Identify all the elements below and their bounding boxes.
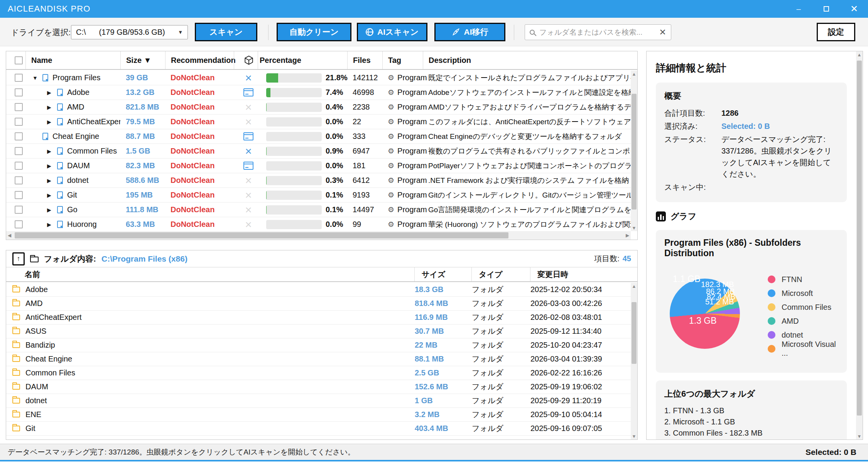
column-header-size[interactable]: Size ▼ xyxy=(120,51,165,69)
row-checkbox[interactable] xyxy=(6,217,25,231)
column-header-name[interactable]: Name xyxy=(25,51,120,69)
action-icon[interactable] xyxy=(245,219,252,230)
search-input[interactable] xyxy=(539,28,655,37)
main-table-vertical-scrollbar[interactable]: ▲ ▼ xyxy=(631,71,637,231)
row-checkbox[interactable] xyxy=(6,115,25,129)
tree-toggle-icon[interactable] xyxy=(47,221,57,228)
table-row[interactable]: dotnet 588.6 MB DoNotClean 0.3% 6412 Pro… xyxy=(6,173,631,188)
row-checkbox[interactable] xyxy=(6,203,25,217)
row-checkbox[interactable] xyxy=(6,173,25,188)
row-checkbox[interactable] xyxy=(6,159,25,173)
table-row[interactable]: Adobe 13.2 GB DoNotClean 7.4% 46998 Prog… xyxy=(6,85,631,100)
row-checkbox[interactable] xyxy=(6,71,25,85)
action-icon[interactable] xyxy=(245,204,252,216)
main-table-horizontal-scrollbar[interactable]: ◀ ▶ xyxy=(6,231,631,240)
scroll-down-icon[interactable]: ▼ xyxy=(631,225,637,231)
tree-toggle-icon[interactable] xyxy=(47,148,57,154)
auto-clean-button[interactable]: 自動クリーン xyxy=(277,23,351,41)
legend-item[interactable]: Microsoft xyxy=(768,286,838,300)
list-item[interactable]: ENE 3.2 MB フォルダ 2025-09-10 05:04:14 xyxy=(6,408,631,422)
list-item[interactable]: AntiCheatExpert 116.9 MB フォルダ 2026-02-08… xyxy=(6,311,631,324)
maximize-button[interactable] xyxy=(812,0,840,18)
action-icon[interactable] xyxy=(245,145,252,157)
list-item[interactable]: DAUM 152.6 MB フォルダ 2025-09-19 19:06:02 xyxy=(6,380,631,394)
row-checkbox[interactable] xyxy=(6,144,25,158)
scrollbar-thumb[interactable] xyxy=(15,232,508,238)
column-header-files[interactable]: Files xyxy=(347,51,382,69)
column-header-tag[interactable]: Tag xyxy=(382,51,423,69)
list-item[interactable]: Cheat Engine 88.1 MB フォルダ 2026-03-04 01:… xyxy=(6,352,631,366)
list-item[interactable]: Bandizip 22 MB フォルダ 2025-10-20 04:23:47 xyxy=(6,338,631,352)
scroll-right-icon[interactable]: ▶ xyxy=(624,232,631,238)
table-row[interactable]: Common Files 1.5 GB DoNotClean 0.9% 6947… xyxy=(6,144,631,159)
action-icon[interactable] xyxy=(245,175,252,186)
scroll-up-icon[interactable]: ▲ xyxy=(856,51,863,58)
row-checkbox[interactable] xyxy=(6,85,25,100)
list-item[interactable]: ASUS 30.7 MB フォルダ 2025-09-12 11:34:40 xyxy=(6,324,631,338)
column-header-modified[interactable]: 変更日時 xyxy=(530,267,637,281)
select-all-checkbox[interactable] xyxy=(6,51,25,69)
action-icon[interactable] xyxy=(243,162,253,170)
action-icon[interactable] xyxy=(245,101,252,113)
action-icon[interactable] xyxy=(245,189,252,201)
table-row[interactable]: DAUM 82.3 MB DoNotClean 0.0% 181 Program… xyxy=(6,159,631,173)
column-header-type[interactable]: タイプ xyxy=(471,267,530,281)
ai-scan-button[interactable]: AIスキャン xyxy=(357,23,427,41)
scrollbar-thumb[interactable] xyxy=(632,94,637,210)
scrollbar-thumb[interactable] xyxy=(857,61,862,416)
table-row[interactable]: Cheat Engine 88.7 MB DoNotClean 0.0% 333… xyxy=(6,129,631,144)
table-row[interactable]: Go 111.8 MB DoNotClean 0.1% 14497 Progra… xyxy=(6,203,631,217)
column-header-percentage[interactable]: Percentage xyxy=(258,51,347,69)
tree-toggle-icon[interactable] xyxy=(47,90,57,96)
tree-toggle-icon[interactable] xyxy=(47,104,57,110)
column-header-action[interactable] xyxy=(234,51,258,69)
action-icon[interactable] xyxy=(243,88,253,96)
close-button[interactable]: ✕ xyxy=(840,0,868,18)
scroll-up-icon[interactable]: ▲ xyxy=(631,71,637,77)
list-item[interactable]: dotnet 1 GB フォルダ 2025-09-29 11:20:19 xyxy=(6,394,631,408)
legend-item[interactable]: FTNN xyxy=(768,272,838,286)
current-folder-path[interactable]: C:\Program Files (x86) xyxy=(101,254,589,264)
tree-toggle-icon[interactable] xyxy=(47,163,57,169)
tree-toggle-icon[interactable] xyxy=(47,177,57,184)
scroll-down-icon[interactable]: ▼ xyxy=(856,433,863,439)
legend-item[interactable]: AMD xyxy=(768,314,838,328)
table-row[interactable]: AMD 821.8 MB DoNotClean 0.4% 2238 Progra… xyxy=(6,100,631,115)
table-row[interactable]: Program Files 39 GB DoNotClean 21.8% 142… xyxy=(6,71,631,85)
table-row[interactable]: Git 195 MB DoNotClean 0.1% 9193 Program … xyxy=(6,188,631,203)
column-header-name[interactable]: 名前 xyxy=(6,267,414,281)
settings-button[interactable]: 設定 xyxy=(817,23,855,41)
legend-item[interactable]: Microsoft Visual ... xyxy=(768,342,838,356)
action-icon[interactable] xyxy=(243,132,253,140)
scrollbar-thumb[interactable] xyxy=(632,302,637,364)
list-item[interactable]: Common Files 2.5 GB フォルダ 2026-02-22 16:1… xyxy=(6,366,631,380)
scroll-down-icon[interactable]: ▼ xyxy=(631,433,637,439)
action-icon[interactable] xyxy=(245,72,252,84)
sidebar-vertical-scrollbar[interactable]: ▲ ▼ xyxy=(856,51,863,439)
list-item[interactable]: Git 403.4 MB フォルダ 2025-09-16 09:07:05 xyxy=(6,422,631,436)
row-checkbox[interactable] xyxy=(6,129,25,144)
scroll-up-icon[interactable]: ▲ xyxy=(631,283,637,289)
ai-migrate-button[interactable]: AI移行 xyxy=(434,23,505,41)
table-row[interactable]: AntiCheatExpert 79.5 MB DoNotClean 0.0% … xyxy=(6,115,631,129)
action-icon[interactable] xyxy=(245,116,252,128)
drive-select[interactable]: C:\ (179 GB/953.6 GB) ▼ xyxy=(71,25,188,39)
legend-item[interactable]: Common Files xyxy=(768,300,838,314)
column-header-description[interactable]: Description xyxy=(423,51,637,69)
table-row[interactable]: Huorong 63.3 MB DoNotClean 0.0% 99 Progr… xyxy=(6,217,631,231)
list-item[interactable]: Adobe 18.3 GB フォルダ 2025-12-02 20:50:34 xyxy=(6,283,631,297)
row-checkbox[interactable] xyxy=(6,188,25,202)
row-checkbox[interactable] xyxy=(6,100,25,114)
tree-toggle-icon[interactable] xyxy=(47,192,57,198)
clear-search-icon[interactable]: ✕ xyxy=(659,27,666,37)
folder-table-vertical-scrollbar[interactable]: ▲ ▼ xyxy=(631,283,637,439)
column-header-size[interactable]: サイズ xyxy=(414,267,471,281)
scroll-left-icon[interactable]: ◀ xyxy=(6,232,13,238)
list-item[interactable]: AMD 818.4 MB フォルダ 2026-03-03 00:42:26 xyxy=(6,297,631,311)
tree-toggle-icon[interactable] xyxy=(32,75,42,81)
parent-folder-button[interactable]: ↑ xyxy=(12,252,25,265)
scan-button[interactable]: スキャン xyxy=(195,23,257,41)
tree-toggle-icon[interactable] xyxy=(47,119,57,125)
minimize-button[interactable]: – xyxy=(785,0,812,18)
tree-toggle-icon[interactable] xyxy=(47,207,57,213)
